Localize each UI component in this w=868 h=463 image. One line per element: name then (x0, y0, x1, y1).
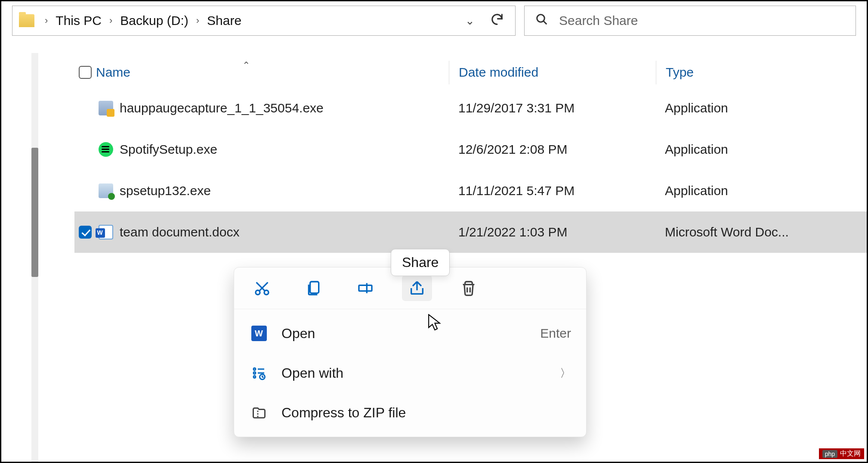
tooltip-share: Share (391, 249, 450, 276)
chevron-right-icon[interactable]: › (105, 15, 117, 26)
file-name: spsetup132.exe (120, 183, 449, 198)
context-menu: W Open Enter Open with 〉 Compress to ZIP… (234, 267, 587, 437)
search-icon (535, 13, 548, 29)
zip-icon (249, 405, 269, 420)
file-name: hauppaugecapture_1_1_35054.exe (120, 101, 449, 115)
cut-button[interactable] (247, 275, 277, 301)
file-row-selected[interactable]: team document.docx 1/21/2022 1:03 PM Mic… (74, 211, 867, 253)
file-type: Microsoft Word Doc... (655, 225, 867, 239)
delete-button[interactable] (454, 275, 484, 301)
chevron-right-icon[interactable]: › (192, 15, 204, 26)
rename-button[interactable] (350, 275, 380, 301)
folder-icon (19, 14, 34, 27)
svg-rect-7 (359, 285, 372, 291)
scrollbar-track[interactable] (31, 53, 38, 462)
breadcrumb-share[interactable]: Share (207, 13, 241, 28)
breadcrumb-backup-d[interactable]: Backup (D:) (120, 13, 188, 28)
file-date: 1/21/2022 1:03 PM (449, 225, 655, 239)
column-name[interactable]: Name ⌃ (96, 65, 449, 80)
word-app-icon: W (251, 326, 267, 341)
spotify-icon (99, 142, 113, 157)
checkbox-checked-icon[interactable] (79, 226, 92, 239)
open-with-icon (249, 365, 269, 381)
cursor-icon (427, 314, 441, 333)
svg-point-0 (537, 14, 545, 22)
refresh-icon[interactable] (485, 12, 509, 30)
file-row[interactable]: SpotifySetup.exe 12/6/2021 2:08 PM Appli… (74, 129, 867, 170)
file-row[interactable]: hauppaugecapture_1_1_35054.exe 11/29/201… (74, 87, 867, 129)
shortcut-label: Enter (540, 326, 571, 341)
column-date-modified[interactable]: Date modified (449, 65, 656, 80)
file-name: SpotifySetup.exe (120, 142, 449, 157)
file-type: Application (655, 142, 867, 157)
menu-compress-zip[interactable]: Compress to ZIP file (234, 393, 586, 432)
file-type: Application (655, 183, 867, 198)
file-date: 11/29/2017 3:31 PM (449, 101, 655, 115)
share-button[interactable] (402, 275, 432, 301)
svg-rect-6 (310, 282, 319, 293)
installer-icon (99, 101, 113, 115)
file-row[interactable]: spsetup132.exe 11/11/2021 5:47 PM Applic… (74, 170, 867, 211)
search-placeholder: Search Share (559, 13, 638, 28)
file-name: team document.docx (120, 225, 449, 239)
breadcrumb-this-pc[interactable]: This PC (56, 13, 102, 28)
svg-line-1 (544, 21, 547, 24)
column-headers: Name ⌃ Date modified Type (74, 57, 867, 87)
chevron-down-icon[interactable]: ⌄ (458, 14, 482, 28)
menu-open[interactable]: W Open Enter (234, 314, 586, 353)
scrollbar-thumb[interactable] (31, 148, 38, 277)
chevron-right-icon[interactable]: › (40, 15, 52, 26)
search-input[interactable]: Search Share (524, 6, 856, 36)
column-type[interactable]: Type (656, 65, 867, 80)
chevron-right-icon: 〉 (560, 366, 571, 381)
sort-indicator-icon: ⌃ (242, 60, 250, 71)
svg-point-11 (253, 368, 256, 370)
file-date: 12/6/2021 2:08 PM (449, 142, 655, 157)
file-type: Application (655, 101, 867, 115)
copy-button[interactable] (299, 275, 329, 301)
select-all-checkbox[interactable] (74, 66, 96, 79)
watermark: 中文网 (819, 448, 864, 459)
file-date: 11/11/2021 5:47 PM (449, 183, 655, 198)
svg-point-13 (253, 376, 256, 378)
installer-icon (99, 183, 113, 198)
address-bar[interactable]: › This PC › Backup (D:) › Share ⌄ (12, 6, 516, 36)
svg-point-12 (253, 372, 256, 374)
word-file-icon (99, 225, 113, 239)
menu-open-with[interactable]: Open with 〉 (234, 353, 586, 393)
